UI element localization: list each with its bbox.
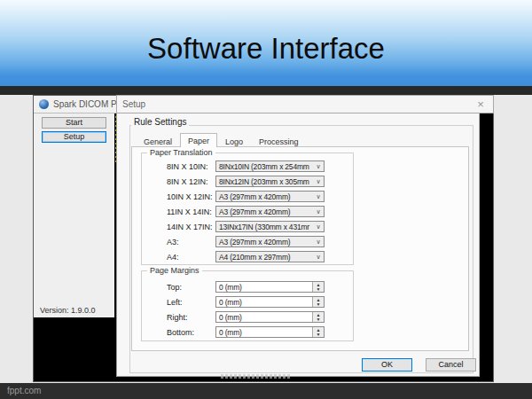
spin-down-icon[interactable]: ▼ bbox=[317, 332, 321, 337]
paper-size-select[interactable]: A4 (210mm x 297mm) ∨ bbox=[215, 251, 325, 262]
page-margins-group-label: Page Margins bbox=[147, 266, 202, 275]
margin-label: Right: bbox=[167, 313, 188, 322]
chevron-down-icon: ∨ bbox=[313, 161, 324, 171]
tab-paper[interactable]: Paper bbox=[180, 133, 217, 147]
margin-left-input[interactable]: 0 (mm) ▲▼ bbox=[215, 296, 325, 308]
paper-translation-row: 14IN X 17IN: 13INx17IN (330mm x 431mr ∨ bbox=[142, 221, 353, 232]
paper-size-select[interactable]: A3 (297mm x 420mm) ∨ bbox=[215, 206, 325, 217]
spin-down-icon[interactable]: ▼ bbox=[317, 317, 321, 322]
page-margin-row: Left: 0 (mm) ▲▼ bbox=[142, 296, 353, 308]
paper-translation-row: 8IN X 12IN: 8INx12IN (203mm x 305mm ∨ bbox=[142, 176, 353, 187]
paper-size-select[interactable]: 8INx12IN (203mm x 305mm ∨ bbox=[215, 176, 325, 187]
paper-translation-row: 10IN X 12IN: A3 (297mm x 420mm) ∨ bbox=[142, 191, 353, 202]
chevron-down-icon: ∨ bbox=[313, 207, 324, 216]
spinner-buttons[interactable]: ▲▼ bbox=[312, 312, 324, 322]
paper-size-select[interactable]: A3 (297mm x 420mm) ∨ bbox=[215, 191, 325, 202]
spinner-buttons[interactable]: ▲▼ bbox=[312, 327, 324, 337]
setup-dialog-titlebar[interactable]: Setup × bbox=[116, 95, 494, 113]
paper-translation-row: 8IN X 10IN: 8INx10IN (203mm x 254mm ∨ bbox=[142, 160, 353, 172]
paper-size-label: 10IN X 12IN: bbox=[167, 192, 213, 201]
app-icon bbox=[39, 99, 49, 109]
paper-translation-row: A4: A4 (210mm x 297mm) ∨ bbox=[142, 251, 353, 262]
paper-size-select[interactable]: A3 (297mm x 420mm) ∨ bbox=[215, 236, 325, 247]
page-margins-group: Page Margins Top: 0 (mm) ▲▼ Left: 0 (mm)… bbox=[141, 270, 354, 341]
ok-button[interactable]: OK bbox=[362, 358, 412, 372]
tab-processing[interactable]: Processing bbox=[251, 134, 307, 147]
paper-tab-page: Paper Translation 8IN X 10IN: 8INx10IN (… bbox=[131, 146, 469, 351]
start-button[interactable]: Start bbox=[42, 117, 106, 129]
header-divider-bar bbox=[0, 86, 532, 95]
chevron-down-icon: ∨ bbox=[313, 222, 324, 231]
paper-size-select[interactable]: 13INx17IN (330mm x 431mr ∨ bbox=[215, 221, 325, 232]
paper-size-label: 11IN X 14IN: bbox=[167, 207, 212, 216]
paper-size-label: 14IN X 17IN: bbox=[167, 223, 213, 231]
paper-size-label: 8IN X 10IN: bbox=[167, 162, 208, 171]
paper-size-label: A3: bbox=[167, 238, 179, 246]
page-margin-row: Top: 0 (mm) ▲▼ bbox=[142, 281, 353, 293]
paper-translation-group: Paper Translation 8IN X 10IN: 8INx10IN (… bbox=[141, 153, 354, 265]
tab-strip: General Paper Logo Processing bbox=[136, 134, 307, 147]
margin-label: Bottom: bbox=[167, 328, 194, 337]
fppt-credit: fppt.com bbox=[7, 386, 41, 395]
margin-top-input[interactable]: 0 (mm) ▲▼ bbox=[215, 281, 325, 293]
setup-dialog-title: Setup bbox=[122, 99, 473, 109]
rule-settings-group-label: Rule Settings bbox=[131, 117, 189, 127]
margin-right-input[interactable]: 0 (mm) ▲▼ bbox=[215, 311, 325, 323]
slide-title: Software Interface bbox=[0, 0, 532, 63]
paper-size-select[interactable]: 8INx10IN (203mm x 254mm ∨ bbox=[215, 160, 325, 172]
chevron-down-icon: ∨ bbox=[313, 237, 324, 246]
chevron-down-icon: ∨ bbox=[313, 252, 324, 262]
close-icon[interactable]: × bbox=[473, 98, 488, 112]
page-margin-row: Bottom: 0 (mm) ▲▼ bbox=[142, 326, 353, 338]
tab-general[interactable]: General bbox=[136, 134, 180, 147]
margin-label: Left: bbox=[167, 298, 183, 307]
chevron-down-icon: ∨ bbox=[313, 192, 324, 201]
chevron-down-icon: ∨ bbox=[313, 176, 324, 186]
margin-bottom-input[interactable]: 0 (mm) ▲▼ bbox=[215, 326, 325, 338]
paper-translation-row: A3: A3 (297mm x 420mm) ∨ bbox=[142, 236, 353, 247]
cancel-button[interactable]: Cancel bbox=[426, 358, 476, 372]
version-label: Version: 1.9.0.0 bbox=[40, 306, 96, 315]
spinner-buttons[interactable]: ▲▼ bbox=[312, 282, 324, 292]
page-margin-row: Right: 0 (mm) ▲▼ bbox=[142, 311, 353, 323]
tab-logo[interactable]: Logo bbox=[217, 134, 251, 147]
setup-dialog-body: Rule Settings General Paper Logo Process… bbox=[116, 113, 480, 377]
paper-translation-row: 11IN X 14IN: A3 (297mm x 420mm) ∨ bbox=[142, 206, 353, 217]
tiny-watermark-text bbox=[221, 374, 290, 379]
sidebar-panel: Start Setup Version: 1.9.0.0 bbox=[34, 113, 114, 317]
paper-translation-group-label: Paper Translation bbox=[147, 148, 215, 157]
spin-down-icon[interactable]: ▼ bbox=[317, 287, 321, 292]
setup-button[interactable]: Setup bbox=[42, 131, 106, 143]
paper-size-label: A4: bbox=[167, 253, 179, 262]
slide-footer-bar bbox=[0, 383, 532, 399]
spinner-buttons[interactable]: ▲▼ bbox=[312, 297, 324, 307]
paper-size-label: 8IN X 12IN: bbox=[167, 177, 208, 186]
margin-label: Top: bbox=[167, 283, 182, 292]
setup-dialog: Setup × Rule Settings General Paper Logo… bbox=[116, 95, 494, 378]
spin-down-icon[interactable]: ▼ bbox=[317, 302, 321, 307]
slide-header: Software Interface bbox=[0, 0, 532, 86]
